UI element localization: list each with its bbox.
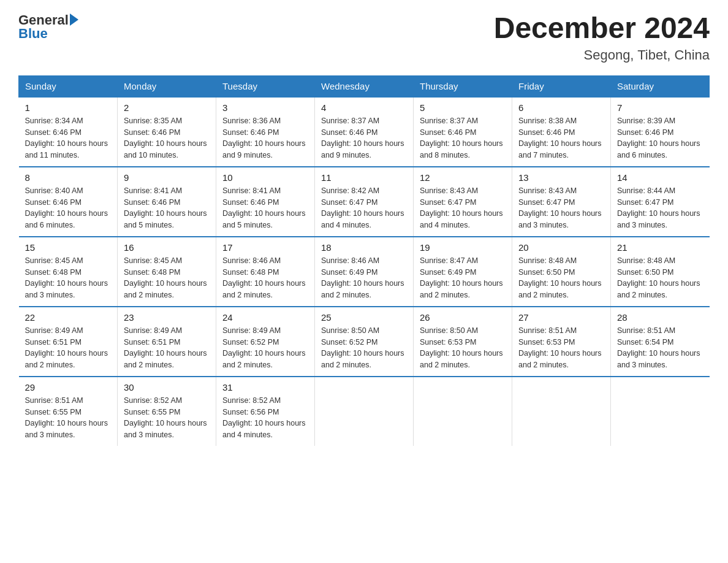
- calendar-cell: [512, 377, 611, 446]
- calendar-cell: 1 Sunrise: 8:34 AMSunset: 6:46 PMDayligh…: [19, 97, 118, 167]
- calendar-cell: 8 Sunrise: 8:40 AMSunset: 6:46 PMDayligh…: [19, 167, 118, 237]
- day-header-row: Sunday Monday Tuesday Wednesday Thursday…: [19, 75, 710, 97]
- day-number: 30: [124, 382, 210, 393]
- calendar-cell: 10 Sunrise: 8:41 AMSunset: 6:46 PMDaylig…: [216, 167, 315, 237]
- day-number: 7: [617, 102, 703, 113]
- day-info: Sunrise: 8:40 AMSunset: 6:46 PMDaylight:…: [25, 185, 112, 231]
- calendar-cell: 24 Sunrise: 8:49 AMSunset: 6:52 PMDaylig…: [216, 307, 315, 377]
- day-number: 21: [617, 242, 703, 253]
- calendar-cell: 9 Sunrise: 8:41 AMSunset: 6:46 PMDayligh…: [118, 167, 216, 237]
- calendar-cell: 26 Sunrise: 8:50 AMSunset: 6:53 PMDaylig…: [414, 307, 512, 377]
- calendar-cell: 19 Sunrise: 8:47 AMSunset: 6:49 PMDaylig…: [414, 237, 512, 307]
- day-info: Sunrise: 8:46 AMSunset: 6:48 PMDaylight:…: [222, 255, 308, 301]
- day-info: Sunrise: 8:39 AMSunset: 6:46 PMDaylight:…: [617, 115, 703, 161]
- day-info: Sunrise: 8:36 AMSunset: 6:46 PMDaylight:…: [222, 115, 308, 161]
- calendar-cell: 30 Sunrise: 8:52 AMSunset: 6:55 PMDaylig…: [118, 377, 216, 446]
- day-info: Sunrise: 8:34 AMSunset: 6:46 PMDaylight:…: [25, 115, 112, 161]
- calendar-cell: 29 Sunrise: 8:51 AMSunset: 6:55 PMDaylig…: [19, 377, 118, 446]
- day-info: Sunrise: 8:38 AMSunset: 6:46 PMDaylight:…: [518, 115, 604, 161]
- calendar-week-row: 29 Sunrise: 8:51 AMSunset: 6:55 PMDaylig…: [19, 377, 710, 446]
- calendar-week-row: 15 Sunrise: 8:45 AMSunset: 6:48 PMDaylig…: [19, 237, 710, 307]
- day-info: Sunrise: 8:48 AMSunset: 6:50 PMDaylight:…: [518, 255, 604, 301]
- day-number: 26: [420, 312, 506, 323]
- day-info: Sunrise: 8:44 AMSunset: 6:47 PMDaylight:…: [617, 185, 703, 231]
- calendar-cell: 28 Sunrise: 8:51 AMSunset: 6:54 PMDaylig…: [611, 307, 710, 377]
- day-info: Sunrise: 8:49 AMSunset: 6:52 PMDaylight:…: [222, 325, 308, 371]
- day-info: Sunrise: 8:52 AMSunset: 6:56 PMDaylight:…: [222, 395, 308, 441]
- calendar-cell: [414, 377, 512, 446]
- day-info: Sunrise: 8:49 AMSunset: 6:51 PMDaylight:…: [25, 325, 112, 371]
- calendar-cell: 14 Sunrise: 8:44 AMSunset: 6:47 PMDaylig…: [611, 167, 710, 237]
- day-number: 9: [124, 172, 210, 183]
- day-info: Sunrise: 8:43 AMSunset: 6:47 PMDaylight:…: [420, 185, 506, 231]
- day-info: Sunrise: 8:51 AMSunset: 6:55 PMDaylight:…: [25, 395, 112, 441]
- calendar-cell: 13 Sunrise: 8:43 AMSunset: 6:47 PMDaylig…: [512, 167, 611, 237]
- logo: General Blue: [18, 12, 78, 42]
- title-block: December 2024 Segong, Tibet, China: [494, 12, 710, 63]
- calendar-week-row: 1 Sunrise: 8:34 AMSunset: 6:46 PMDayligh…: [19, 97, 710, 167]
- calendar-week-row: 22 Sunrise: 8:49 AMSunset: 6:51 PMDaylig…: [19, 307, 710, 377]
- day-number: 10: [222, 172, 308, 183]
- day-number: 29: [25, 382, 112, 393]
- calendar-cell: 17 Sunrise: 8:46 AMSunset: 6:48 PMDaylig…: [216, 237, 315, 307]
- day-number: 12: [420, 172, 506, 183]
- header-thursday: Thursday: [414, 75, 512, 97]
- day-number: 27: [518, 312, 604, 323]
- calendar-cell: 27 Sunrise: 8:51 AMSunset: 6:53 PMDaylig…: [512, 307, 611, 377]
- day-info: Sunrise: 8:37 AMSunset: 6:46 PMDaylight:…: [321, 115, 407, 161]
- day-number: 22: [25, 312, 112, 323]
- day-number: 1: [25, 102, 112, 113]
- calendar-cell: 4 Sunrise: 8:37 AMSunset: 6:46 PMDayligh…: [315, 97, 414, 167]
- calendar-table: Sunday Monday Tuesday Wednesday Thursday…: [18, 75, 710, 446]
- day-number: 20: [518, 242, 604, 253]
- day-info: Sunrise: 8:41 AMSunset: 6:46 PMDaylight:…: [124, 185, 210, 231]
- day-number: 5: [420, 102, 506, 113]
- calendar-cell: 12 Sunrise: 8:43 AMSunset: 6:47 PMDaylig…: [414, 167, 512, 237]
- calendar-cell: 7 Sunrise: 8:39 AMSunset: 6:46 PMDayligh…: [611, 97, 710, 167]
- day-info: Sunrise: 8:46 AMSunset: 6:49 PMDaylight:…: [321, 255, 407, 301]
- calendar-body: 1 Sunrise: 8:34 AMSunset: 6:46 PMDayligh…: [19, 97, 710, 446]
- day-number: 3: [222, 102, 308, 113]
- calendar-cell: 3 Sunrise: 8:36 AMSunset: 6:46 PMDayligh…: [216, 97, 315, 167]
- day-info: Sunrise: 8:51 AMSunset: 6:53 PMDaylight:…: [518, 325, 604, 371]
- calendar-cell: 23 Sunrise: 8:49 AMSunset: 6:51 PMDaylig…: [118, 307, 216, 377]
- calendar-cell: 5 Sunrise: 8:37 AMSunset: 6:46 PMDayligh…: [414, 97, 512, 167]
- calendar-cell: 25 Sunrise: 8:50 AMSunset: 6:52 PMDaylig…: [315, 307, 414, 377]
- day-info: Sunrise: 8:51 AMSunset: 6:54 PMDaylight:…: [617, 325, 703, 371]
- day-number: 17: [222, 242, 308, 253]
- day-number: 25: [321, 312, 407, 323]
- day-number: 8: [25, 172, 112, 183]
- day-number: 24: [222, 312, 308, 323]
- day-number: 4: [321, 102, 407, 113]
- calendar-subtitle: Segong, Tibet, China: [494, 47, 710, 63]
- day-number: 28: [617, 312, 703, 323]
- calendar-cell: 22 Sunrise: 8:49 AMSunset: 6:51 PMDaylig…: [19, 307, 118, 377]
- day-info: Sunrise: 8:45 AMSunset: 6:48 PMDaylight:…: [124, 255, 210, 301]
- day-number: 23: [124, 312, 210, 323]
- page-header: General Blue December 2024 Segong, Tibet…: [18, 12, 710, 63]
- calendar-cell: 2 Sunrise: 8:35 AMSunset: 6:46 PMDayligh…: [118, 97, 216, 167]
- day-info: Sunrise: 8:47 AMSunset: 6:49 PMDaylight:…: [420, 255, 506, 301]
- day-number: 11: [321, 172, 407, 183]
- day-number: 14: [617, 172, 703, 183]
- calendar-cell: [611, 377, 710, 446]
- logo-blue-text: Blue: [18, 26, 48, 42]
- header-tuesday: Tuesday: [216, 75, 315, 97]
- day-number: 15: [25, 242, 112, 253]
- calendar-title: December 2024: [494, 12, 710, 45]
- day-number: 19: [420, 242, 506, 253]
- calendar-cell: 31 Sunrise: 8:52 AMSunset: 6:56 PMDaylig…: [216, 377, 315, 446]
- calendar-cell: [315, 377, 414, 446]
- day-number: 18: [321, 242, 407, 253]
- day-number: 2: [124, 102, 210, 113]
- calendar-cell: 21 Sunrise: 8:48 AMSunset: 6:50 PMDaylig…: [611, 237, 710, 307]
- calendar-cell: 18 Sunrise: 8:46 AMSunset: 6:49 PMDaylig…: [315, 237, 414, 307]
- day-number: 31: [222, 382, 308, 393]
- day-info: Sunrise: 8:52 AMSunset: 6:55 PMDaylight:…: [124, 395, 210, 441]
- day-info: Sunrise: 8:49 AMSunset: 6:51 PMDaylight:…: [124, 325, 210, 371]
- day-number: 6: [518, 102, 604, 113]
- day-info: Sunrise: 8:50 AMSunset: 6:52 PMDaylight:…: [321, 325, 407, 371]
- calendar-cell: 16 Sunrise: 8:45 AMSunset: 6:48 PMDaylig…: [118, 237, 216, 307]
- day-info: Sunrise: 8:37 AMSunset: 6:46 PMDaylight:…: [420, 115, 506, 161]
- day-info: Sunrise: 8:50 AMSunset: 6:53 PMDaylight:…: [420, 325, 506, 371]
